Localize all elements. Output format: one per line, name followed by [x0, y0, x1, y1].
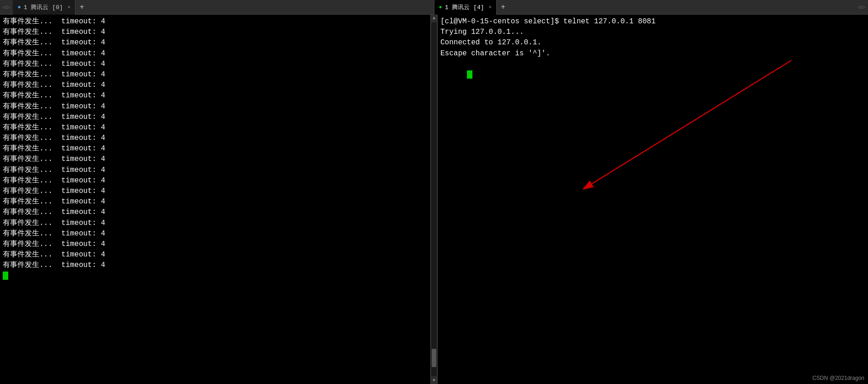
scroll-up-arrow[interactable]: ▲: [432, 15, 436, 21]
left-terminal-line: 有事件发生... timeout: 4: [3, 27, 428, 37]
left-terminal-line: 有事件发生... timeout: 4: [3, 186, 428, 197]
left-terminal-line: 有事件发生... timeout: 4: [3, 123, 428, 133]
tab-left-close[interactable]: ×: [67, 5, 70, 10]
left-terminal-line: 有事件发生... timeout: 4: [3, 197, 428, 207]
tab-right-close[interactable]: ×: [489, 5, 492, 10]
tab-right-icon: ●: [439, 4, 442, 11]
left-terminal-line: 有事件发生... timeout: 4: [3, 144, 428, 154]
left-terminal-line: 有事件发生... timeout: 4: [3, 154, 428, 165]
left-terminal-line: 有事件发生... timeout: 4: [3, 133, 428, 144]
left-terminal-line: 有事件发生... timeout: 4: [3, 250, 428, 260]
left-terminal-line: 有事件发生... timeout: 4: [3, 91, 428, 101]
left-terminal-line: 有事件发生... timeout: 4: [3, 37, 428, 48]
right-terminal-line: Escape character is '^]'.: [440, 48, 865, 59]
tab-left-icon: ●: [17, 4, 21, 11]
tab-right-label: 1 腾讯云 [4]: [445, 3, 484, 11]
scrollbar-divider: ▲ ▼: [430, 15, 438, 384]
right-terminal-line: Connected to 127.0.0.1.: [440, 37, 865, 48]
left-cursor-line: [3, 271, 428, 282]
left-terminal-line: 有事件发生... timeout: 4: [3, 48, 428, 59]
tab-right[interactable]: ● 1 腾讯云 [4] ×: [434, 0, 497, 15]
right-prompt-line: [cl@VM-0-15-centos select]$ telnet 127.0…: [440, 16, 865, 27]
nav-arrows-left[interactable]: ◁ ▷: [0, 4, 13, 11]
left-terminal-line: 有事件发生... timeout: 4: [3, 239, 428, 250]
right-terminal-line: Trying 127.0.0.1...: [440, 27, 865, 37]
left-terminal-line: 有事件发生... timeout: 4: [3, 112, 428, 123]
scrollbar-track[interactable]: [431, 22, 437, 376]
scrollbar-thumb[interactable]: [432, 349, 436, 367]
right-cursor-line: [440, 59, 865, 91]
nav-arrows-right[interactable]: ◁ ▷: [855, 4, 868, 11]
tab-left-label: 1 腾讯云 [0]: [24, 3, 63, 11]
terminal-left[interactable]: 有事件发生... timeout: 4有事件发生... timeout: 4有事…: [0, 15, 430, 384]
terminal-cursor: [467, 70, 472, 79]
left-terminal-line: 有事件发生... timeout: 4: [3, 218, 428, 229]
left-terminal-line: 有事件发生... timeout: 4: [3, 260, 428, 271]
left-terminal-line: 有事件发生... timeout: 4: [3, 165, 428, 176]
left-terminal-line: 有事件发生... timeout: 4: [3, 229, 428, 239]
watermark: CSDN @2021dragon: [812, 375, 864, 381]
left-terminal-line: 有事件发生... timeout: 4: [3, 16, 428, 27]
terminal-right[interactable]: [cl@VM-0-15-centos select]$ telnet 127.0…: [438, 15, 868, 384]
left-terminal-line: 有事件发生... timeout: 4: [3, 59, 428, 69]
left-terminal-line: 有事件发生... timeout: 4: [3, 80, 428, 91]
left-terminal-line: 有事件发生... timeout: 4: [3, 101, 428, 112]
tab-add-left[interactable]: +: [75, 0, 88, 15]
scroll-down-arrow[interactable]: ▼: [432, 377, 436, 384]
left-terminal-line: 有事件发生... timeout: 4: [3, 207, 428, 218]
tab-add-right[interactable]: +: [497, 0, 509, 15]
left-terminal-line: 有事件发生... timeout: 4: [3, 176, 428, 186]
tab-left[interactable]: ● 1 腾讯云 [0] ×: [13, 0, 75, 15]
left-terminal-line: 有事件发生... timeout: 4: [3, 69, 428, 80]
